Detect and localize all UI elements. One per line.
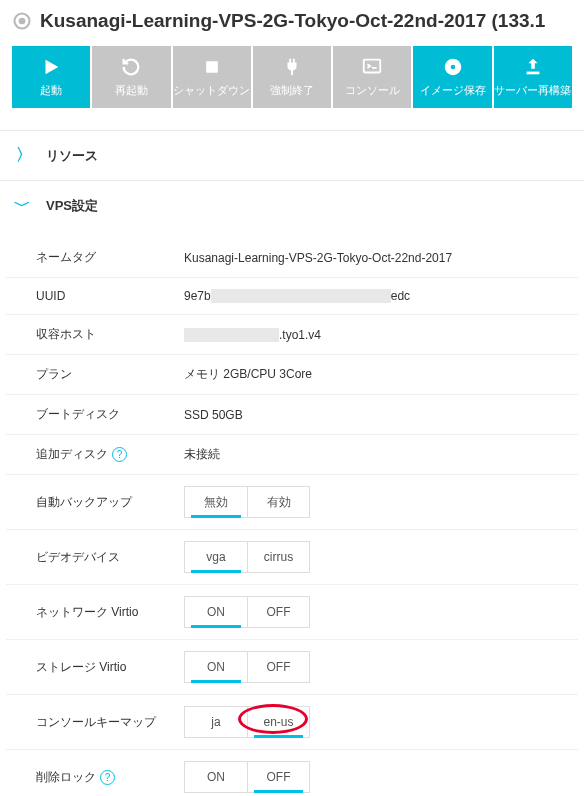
- label: プラン: [6, 366, 184, 383]
- page-header: Kusanagi-Learning-VPS-2G-Tokyo-Oct-22nd-…: [0, 0, 584, 46]
- row-keymap: コンソールキーマップ jaen-us: [6, 694, 578, 749]
- row-uuid: UUID 9e7bedc: [6, 277, 578, 314]
- toggle-keymap-ja[interactable]: ja: [185, 707, 247, 737]
- label: 削除ロック ?: [6, 769, 184, 786]
- toggle-netvirtio-on[interactable]: ON: [185, 597, 247, 627]
- power-icon: [12, 11, 32, 31]
- label-text: 削除ロック: [36, 769, 96, 786]
- value: Kusanagi-Learning-VPS-2G-Tokyo-Oct-22nd-…: [184, 251, 578, 265]
- value: ONOFF: [184, 761, 578, 793]
- row-host: 収容ホスト .tyo1.v4: [6, 314, 578, 354]
- value: 9e7bedc: [184, 289, 578, 303]
- toolbar-label: コンソール: [345, 84, 400, 98]
- label: 追加ディスク ?: [6, 446, 184, 463]
- terminal-icon: [361, 56, 383, 78]
- svg-point-1: [19, 18, 26, 25]
- svg-rect-2: [206, 61, 218, 73]
- plug-icon: [281, 56, 303, 78]
- toolbar-plug-button[interactable]: 強制終了: [253, 46, 331, 108]
- disk-icon: [442, 56, 464, 78]
- label-text: 追加ディスク: [36, 446, 108, 463]
- value: 無効有効: [184, 486, 578, 518]
- section-title: VPS設定: [46, 197, 98, 215]
- value: 未接続: [184, 446, 578, 463]
- value: ONOFF: [184, 596, 578, 628]
- label: 収容ホスト: [6, 326, 184, 343]
- section-resources[interactable]: 〉 リソース: [0, 130, 584, 180]
- row-plan: プラン メモリ 2GB/CPU 3Core: [6, 354, 578, 394]
- chevron-right-icon: 〉: [16, 145, 28, 166]
- toolbar-stop-button[interactable]: シャットダウン: [173, 46, 251, 108]
- row-extradisk: 追加ディスク ? 未接続: [6, 434, 578, 474]
- action-toolbar: 起動再起動シャットダウン強制終了コンソールイメージ保存サーバー再構築: [0, 46, 584, 130]
- label: ネームタグ: [6, 249, 184, 266]
- toggle-netvirtio-off[interactable]: OFF: [247, 597, 309, 627]
- toolbar-label: イメージ保存: [420, 84, 486, 98]
- play-icon: [40, 56, 62, 78]
- svg-rect-3: [364, 60, 381, 73]
- label: ストレージ Virtio: [6, 659, 184, 676]
- value: ONOFF: [184, 651, 578, 683]
- toolbar-upload-button[interactable]: サーバー再構築: [494, 46, 572, 108]
- chevron-down-icon: 〉: [10, 200, 31, 212]
- vps-settings-body: ネームタグ Kusanagi-Learning-VPS-2G-Tokyo-Oct…: [0, 230, 584, 796]
- toggle-backup: 無効有効: [184, 486, 310, 518]
- toggle-dellock: ONOFF: [184, 761, 310, 793]
- toggle-video-vga[interactable]: vga: [185, 542, 247, 572]
- toggle-keymap-en-us[interactable]: en-us: [247, 707, 309, 737]
- toggle-video: vgacirrus: [184, 541, 310, 573]
- row-nametag: ネームタグ Kusanagi-Learning-VPS-2G-Tokyo-Oct…: [6, 238, 578, 277]
- toggle-netvirtio: ONOFF: [184, 596, 310, 628]
- toolbar-label: 再起動: [115, 84, 148, 98]
- svg-point-5: [450, 65, 455, 70]
- reload-icon: [120, 56, 142, 78]
- redacted: [184, 328, 279, 342]
- row-network-virtio: ネットワーク Virtio ONOFF: [6, 584, 578, 639]
- toolbar-reload-button[interactable]: 再起動: [92, 46, 170, 108]
- toolbar-label: 強制終了: [270, 84, 314, 98]
- label: ブートディスク: [6, 406, 184, 423]
- toggle-stovirtio-on[interactable]: ON: [185, 652, 247, 682]
- label: UUID: [6, 289, 184, 303]
- help-icon[interactable]: ?: [100, 770, 115, 785]
- value: SSD 50GB: [184, 408, 578, 422]
- toggle-stovirtio-off[interactable]: OFF: [247, 652, 309, 682]
- value: .tyo1.v4: [184, 328, 578, 342]
- toolbar-label: サーバー再構築: [494, 84, 571, 98]
- toggle-dellock-on[interactable]: ON: [185, 762, 247, 792]
- row-video: ビデオデバイス vgacirrus: [6, 529, 578, 584]
- row-backup: 自動バックアップ 無効有効: [6, 474, 578, 529]
- toggle-keymap: jaen-us: [184, 706, 310, 738]
- toolbar-label: シャットダウン: [173, 84, 250, 98]
- row-delete-lock: 削除ロック ? ONOFF: [6, 749, 578, 796]
- value: vgacirrus: [184, 541, 578, 573]
- toggle-stovirtio: ONOFF: [184, 651, 310, 683]
- stop-icon: [201, 56, 223, 78]
- label: ビデオデバイス: [6, 549, 184, 566]
- value: メモリ 2GB/CPU 3Core: [184, 366, 578, 383]
- section-title: リソース: [46, 147, 98, 165]
- toggle-backup-無効[interactable]: 無効: [185, 487, 247, 517]
- section-vps-settings[interactable]: 〉 VPS設定: [0, 180, 584, 230]
- redacted: [211, 289, 391, 303]
- row-bootdisk: ブートディスク SSD 50GB: [6, 394, 578, 434]
- row-storage-virtio: ストレージ Virtio ONOFF: [6, 639, 578, 694]
- upload-icon: [522, 56, 544, 78]
- toolbar-terminal-button[interactable]: コンソール: [333, 46, 411, 108]
- host-suffix: .tyo1.v4: [279, 328, 321, 342]
- toggle-video-cirrus[interactable]: cirrus: [247, 542, 309, 572]
- label: 自動バックアップ: [6, 494, 184, 511]
- toggle-dellock-off[interactable]: OFF: [247, 762, 309, 792]
- toolbar-label: 起動: [40, 84, 62, 98]
- label: ネットワーク Virtio: [6, 604, 184, 621]
- help-icon[interactable]: ?: [112, 447, 127, 462]
- toolbar-disk-button[interactable]: イメージ保存: [413, 46, 491, 108]
- value: jaen-us: [184, 706, 578, 738]
- toggle-backup-有効[interactable]: 有効: [247, 487, 309, 517]
- uuid-suffix: edc: [391, 289, 410, 303]
- uuid-prefix: 9e7b: [184, 289, 211, 303]
- svg-rect-6: [526, 72, 539, 75]
- page-title: Kusanagi-Learning-VPS-2G-Tokyo-Oct-22nd-…: [40, 10, 545, 32]
- label: コンソールキーマップ: [6, 714, 184, 731]
- toolbar-play-button[interactable]: 起動: [12, 46, 90, 108]
